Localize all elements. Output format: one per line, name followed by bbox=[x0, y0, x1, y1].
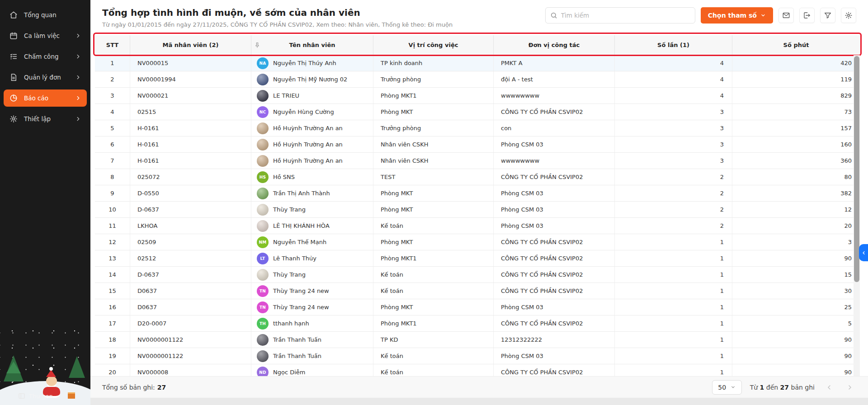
choose-params-button[interactable]: Chọn tham số bbox=[701, 7, 773, 24]
cell-employee-name: TH tthanh hạnh bbox=[251, 316, 373, 331]
calendar-icon bbox=[9, 31, 18, 40]
cell-count: 1 bbox=[615, 283, 732, 299]
cell-stt: 1 bbox=[95, 55, 130, 71]
cell-employee-name: LT Lê Thanh Thủy bbox=[251, 250, 373, 266]
table-row[interactable]: 14 D-0637 Thùy Trang Kế toán CÔNG TY CỔ … bbox=[95, 267, 860, 283]
cell-stt: 10 bbox=[95, 202, 130, 217]
cell-count: 1 bbox=[615, 250, 732, 266]
table-row[interactable]: 11 LKHOA LÊ THỊ KHÁNH HÒA Kế toán Phòng … bbox=[95, 218, 860, 234]
sidebar-item-thiet-lap[interactable]: Thiết lập bbox=[4, 110, 87, 127]
cell-stt: 9 bbox=[95, 185, 130, 201]
table-row[interactable]: 15 D0637 TN Thùy Trang 24 new Kế toán CÔ… bbox=[95, 283, 860, 299]
report-header: Tổng hợp tình hình đi muộn, về sớm của n… bbox=[90, 0, 868, 35]
collapse-label: Thu gọn bbox=[29, 393, 53, 400]
cell-unit: Phòng CSM 03 bbox=[494, 218, 615, 234]
filter-button[interactable] bbox=[820, 8, 835, 23]
cell-minutes: 90 bbox=[732, 332, 860, 348]
sidebar-item-quan-ly-don[interactable]: Quản lý đơn bbox=[4, 69, 87, 86]
cell-stt: 4 bbox=[95, 104, 130, 120]
cell-position: Nhân viên CSKH bbox=[373, 153, 494, 169]
cell-employee-name: HS Hồ SNS bbox=[251, 169, 373, 185]
avatar bbox=[257, 122, 269, 134]
sidebar-item-cham-cong[interactable]: Chấm công bbox=[4, 48, 87, 65]
table-row[interactable]: 9 D-0550 Trần Thị Anh Thành Phòng MKT Ph… bbox=[95, 185, 860, 202]
table-row[interactable]: 1 NV000015 NA Nguyễn Thị Thúy Anh TP kin… bbox=[95, 55, 860, 71]
cell-position: Kế toán bbox=[373, 267, 494, 283]
cell-count: 3 bbox=[615, 153, 732, 169]
cell-minutes: 25 bbox=[732, 299, 860, 315]
column-header-vi-tri[interactable]: Vị trí công việc bbox=[373, 35, 494, 55]
table-row[interactable]: 7 H-0161 Hồ Huỳnh Trường An an Nhân viên… bbox=[95, 153, 860, 169]
page-size-value: 50 bbox=[718, 384, 726, 391]
table-row[interactable]: 20 NV000008 ND Ngọc Diễm Kế toán CÔNG TY… bbox=[95, 364, 860, 376]
cell-employee-code: D0637 bbox=[130, 299, 251, 315]
cell-unit: Phòng CSM 03 bbox=[494, 137, 615, 152]
table-row[interactable]: 6 H-0161 Hồ Huỳnh Trường An an Nhân viên… bbox=[95, 137, 860, 153]
cell-count: 3 bbox=[615, 104, 732, 120]
cell-count: 1 bbox=[615, 364, 732, 376]
pin-icon[interactable] bbox=[254, 35, 260, 55]
table-row[interactable]: 13 02512 LT Lê Thanh Thủy Phòng MKT1 CÔN… bbox=[95, 250, 860, 267]
table-row[interactable]: 3 NV000021 LE TRIEU Phòng MKT1 wwwwwwww … bbox=[95, 88, 860, 104]
column-header-so-phut[interactable]: Số phút bbox=[732, 35, 860, 55]
cell-minutes: 829 bbox=[732, 88, 860, 104]
cell-minutes: 20 bbox=[732, 218, 860, 234]
table-row[interactable]: 18 NV0000001122 Trần Thanh Tuấn TP KD 12… bbox=[95, 332, 860, 348]
mail-button[interactable] bbox=[778, 8, 794, 23]
cell-minutes: 12 bbox=[732, 202, 860, 217]
table-row[interactable]: 17 D20-0007 TH tthanh hạnh Phòng MKT1 CÔ… bbox=[95, 316, 860, 332]
report-table: STT Mã nhân viên (2) Tên nhân viên Vị tr… bbox=[95, 35, 860, 376]
table-row[interactable]: 8 025072 HS Hồ SNS TEST CÔNG TY CỔ PHẦN … bbox=[95, 169, 860, 185]
sidebar-item-tong-quan[interactable]: Tổng quan bbox=[4, 6, 87, 24]
cell-unit: con bbox=[494, 120, 615, 136]
cell-employee-code: LKHOA bbox=[130, 218, 251, 234]
cell-count: 1 bbox=[615, 316, 732, 331]
cell-position: Phòng MKT bbox=[373, 104, 494, 120]
cell-position: Kế toán bbox=[373, 218, 494, 234]
table-row[interactable]: 19 NV0000001122 Trần Thanh Tuấn Kế toán … bbox=[95, 348, 860, 364]
cell-minutes: 90 bbox=[732, 250, 860, 266]
column-header-label: Tên nhân viên bbox=[289, 42, 335, 48]
cell-stt: 2 bbox=[95, 71, 130, 87]
column-header-stt[interactable]: STT bbox=[95, 35, 130, 55]
avatar bbox=[257, 204, 269, 216]
sidebar-item-bao-cao[interactable]: Báo cáo bbox=[4, 89, 87, 107]
cell-minutes: 15 bbox=[732, 267, 860, 283]
employee-name-text: Hồ Huỳnh Trường An an bbox=[273, 157, 343, 164]
settings-button[interactable] bbox=[841, 8, 856, 23]
employee-name-text: Thùy Trang bbox=[273, 271, 306, 278]
cell-stt: 6 bbox=[95, 137, 130, 152]
previous-page-button[interactable] bbox=[823, 381, 835, 394]
collapse-panel-fab[interactable] bbox=[859, 244, 868, 261]
page-size-select[interactable]: 50 bbox=[712, 380, 742, 395]
column-header-ten-nhan-vien[interactable]: Tên nhân viên bbox=[251, 35, 373, 55]
cell-minutes: 73 bbox=[732, 104, 860, 120]
column-header-ma-nhan-vien[interactable]: Mã nhân viên (2) bbox=[130, 35, 251, 55]
column-header-don-vi[interactable]: Đơn vị công tác bbox=[494, 35, 615, 55]
chevron-left-icon bbox=[826, 384, 833, 391]
table-row[interactable]: 2 NV00001994 Nguyễn Thị Mỹ Nương 02 Trưở… bbox=[95, 71, 860, 88]
search-box[interactable] bbox=[545, 7, 695, 24]
sidebar: Tổng quan Ca làm việc Chấm công Qu bbox=[0, 0, 90, 405]
vertical-scrollbar[interactable] bbox=[854, 55, 860, 376]
table-row[interactable]: 4 02515 NC Nguyễn Hùng Cường Phòng MKT C… bbox=[95, 104, 860, 120]
cell-employee-name: LÊ THỊ KHÁNH HÒA bbox=[251, 218, 373, 234]
cell-employee-name: Hồ Huỳnh Trường An an bbox=[251, 137, 373, 152]
search-input[interactable] bbox=[561, 12, 690, 19]
table-row[interactable]: 12 02509 NM Nguyễn Thế Mạnh Phòng MKT CÔ… bbox=[95, 234, 860, 250]
table-row[interactable]: 16 D0637 TN Thùy Trang 24 new Phòng MKT … bbox=[95, 299, 860, 316]
next-page-button[interactable] bbox=[844, 381, 856, 394]
export-button[interactable] bbox=[799, 8, 815, 23]
sidebar-collapse-button[interactable]: Thu gọn bbox=[18, 392, 53, 400]
table-row[interactable]: 5 H-0161 Hồ Huỳnh Trường An an Trưởng ph… bbox=[95, 120, 860, 137]
sidebar-item-ca-lam-viec[interactable]: Ca làm việc bbox=[4, 27, 87, 44]
document-icon bbox=[9, 73, 18, 82]
cell-minutes: 5 bbox=[732, 316, 860, 331]
cell-employee-code: 02509 bbox=[130, 234, 251, 250]
cell-unit: wwwwwwww bbox=[494, 88, 615, 104]
table-row[interactable]: 10 D-0637 Thùy Trang Phòng MKT Phòng CSM… bbox=[95, 202, 860, 218]
column-header-so-lan[interactable]: Số lần (1) bbox=[615, 35, 732, 55]
cell-employee-code: NV000015 bbox=[130, 55, 251, 71]
cell-stt: 20 bbox=[95, 364, 130, 376]
employee-name-text: Thùy Trang 24 new bbox=[273, 304, 329, 311]
